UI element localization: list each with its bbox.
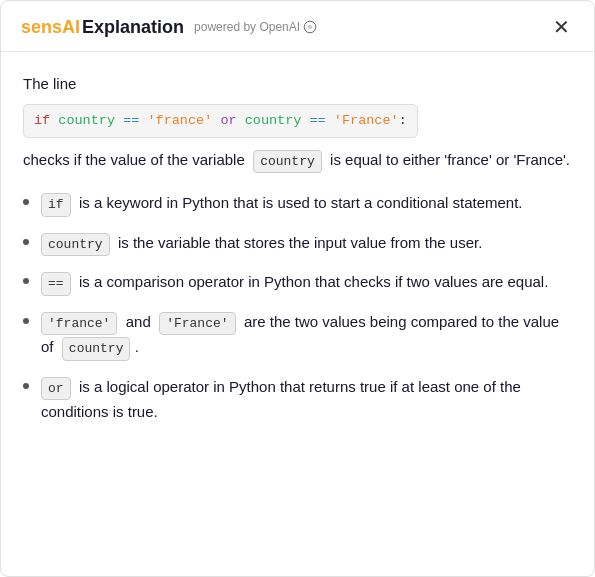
bullet-dot	[23, 383, 29, 389]
bullet-code-or: or	[41, 377, 71, 401]
bullet-content-3: == is a comparison operator in Python th…	[41, 270, 572, 296]
brand-sens: sens	[21, 17, 62, 38]
bullet-code-france1: 'france'	[41, 312, 117, 336]
code-colon: :	[399, 110, 407, 132]
code-france1: 'france'	[147, 110, 212, 132]
code-eq1: ==	[123, 110, 139, 132]
code-country1: country	[58, 110, 115, 132]
brand-ai: AI	[62, 17, 80, 38]
panel-header: sensAIExplanation powered by OpenAI ✕	[1, 1, 594, 52]
bullet-list: if is a keyword in Python that is used t…	[23, 191, 572, 424]
list-item: 'france' and 'France' are the two values…	[23, 310, 572, 361]
content-area: The line if country == 'france' or count…	[1, 52, 594, 576]
close-button[interactable]: ✕	[549, 15, 574, 39]
bullet-code-eq: ==	[41, 272, 71, 296]
bullet-content-4: 'france' and 'France' are the two values…	[41, 310, 572, 361]
code-line-block: if country == 'france' or country == 'Fr…	[23, 104, 418, 138]
brand-explanation: Explanation	[82, 17, 184, 38]
list-item: == is a comparison operator in Python th…	[23, 270, 572, 296]
intro-text: The line	[23, 72, 572, 96]
inline-country-code: country	[253, 150, 322, 174]
explanation-panel: sensAIExplanation powered by OpenAI ✕ Th…	[0, 0, 595, 577]
bullet-code-if: if	[41, 193, 71, 217]
list-item: or is a logical operator in Python that …	[23, 375, 572, 425]
list-item: country is the variable that stores the …	[23, 231, 572, 257]
powered-by-label: powered by OpenAI	[194, 20, 317, 34]
panel-title: sensAIExplanation powered by OpenAI	[21, 17, 317, 38]
description-text: checks if the value of the variable coun…	[23, 148, 572, 174]
openai-icon	[303, 20, 317, 34]
bullet-content-5: or is a logical operator in Python that …	[41, 375, 572, 425]
bullet-content-1: if is a keyword in Python that is used t…	[41, 191, 572, 217]
code-eq2: ==	[310, 110, 326, 132]
code-or: or	[220, 110, 236, 132]
bullet-code-country: country	[41, 233, 110, 257]
bullet-code-country2: country	[62, 337, 131, 361]
bullet-dot	[23, 199, 29, 205]
bullet-dot	[23, 239, 29, 245]
code-France: 'France'	[334, 110, 399, 132]
bullet-dot	[23, 318, 29, 324]
code-if: if	[34, 110, 50, 132]
list-item: if is a keyword in Python that is used t…	[23, 191, 572, 217]
bullet-dot	[23, 278, 29, 284]
code-country2: country	[245, 110, 302, 132]
bullet-code-France: 'France'	[159, 312, 235, 336]
bullet-content-2: country is the variable that stores the …	[41, 231, 572, 257]
